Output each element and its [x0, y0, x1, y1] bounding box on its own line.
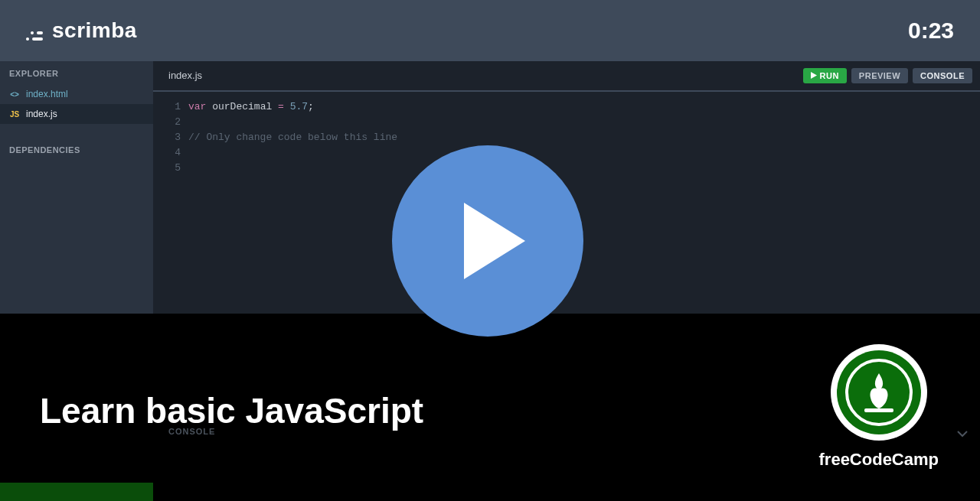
- code-line: [188, 161, 965, 176]
- sidebar: EXPLORER <> index.html JS index.js DEPEN…: [0, 61, 153, 314]
- run-label: RUN: [820, 71, 839, 80]
- file-item-index-html[interactable]: <> index.html: [0, 84, 153, 104]
- code-line: // Only change code below this line: [188, 130, 965, 145]
- file-item-index-js[interactable]: JS index.js: [0, 104, 153, 124]
- run-button[interactable]: RUN: [803, 68, 847, 83]
- editor-action-buttons: RUN PREVIEW CONSOLE: [803, 68, 972, 83]
- progress-strip: [0, 483, 153, 501]
- active-file-tab[interactable]: index.js: [168, 70, 202, 83]
- play-icon: [464, 203, 525, 279]
- console-panel-label: CONSOLE: [168, 427, 215, 436]
- line-number-gutter: 1 2 3 4 5: [153, 99, 188, 314]
- code-line: var ourDecimal = 5.7;: [188, 99, 965, 115]
- file-label: index.js: [26, 109, 57, 119]
- line-number: 1: [153, 99, 181, 115]
- play-lesson-button[interactable]: [392, 145, 583, 337]
- scrimba-logo-icon: [26, 23, 44, 38]
- js-file-icon: JS: [9, 110, 20, 119]
- console-label: CONSOLE: [920, 71, 965, 80]
- editor-header: index.js RUN PREVIEW CONSOLE: [153, 61, 980, 92]
- console-button[interactable]: CONSOLE: [913, 68, 972, 83]
- brand-name: scrimba: [52, 18, 137, 43]
- html-file-icon: <>: [9, 90, 20, 99]
- svg-marker-4: [811, 72, 817, 79]
- top-bar: scrimba 0:23: [0, 0, 980, 61]
- code-content: var ourDecimal = 5.7; // Only change cod…: [188, 99, 980, 314]
- lesson-overlay: Learn basic JavaScript CONSOLE freeCodeC…: [0, 314, 980, 501]
- line-number: 3: [153, 130, 181, 145]
- play-icon: [811, 71, 817, 80]
- line-number: 5: [153, 161, 181, 176]
- svg-rect-2: [31, 31, 34, 34]
- lesson-title: Learn basic JavaScript: [40, 390, 423, 431]
- lesson-timer: 0:23: [908, 18, 954, 44]
- channel-name: freeCodeCamp: [819, 450, 939, 470]
- channel-badge[interactable]: freeCodeCamp: [819, 344, 939, 470]
- dependencies-heading: DEPENDENCIES: [0, 138, 153, 161]
- line-number: 2: [153, 115, 181, 130]
- explorer-heading: EXPLORER: [0, 61, 153, 84]
- code-line: [188, 145, 965, 161]
- code-line: [188, 115, 965, 130]
- file-label: index.html: [26, 89, 68, 99]
- svg-rect-3: [37, 31, 43, 34]
- svg-rect-1: [32, 37, 43, 41]
- svg-rect-6: [864, 408, 893, 412]
- preview-button[interactable]: PREVIEW: [851, 68, 908, 83]
- svg-rect-0: [26, 37, 29, 41]
- chevron-down-icon[interactable]: [957, 427, 968, 441]
- preview-label: PREVIEW: [859, 71, 900, 80]
- brand-logo-group[interactable]: scrimba: [26, 18, 137, 43]
- channel-avatar: [831, 344, 927, 441]
- freecodecamp-logo-icon: [837, 350, 921, 434]
- line-number: 4: [153, 145, 181, 161]
